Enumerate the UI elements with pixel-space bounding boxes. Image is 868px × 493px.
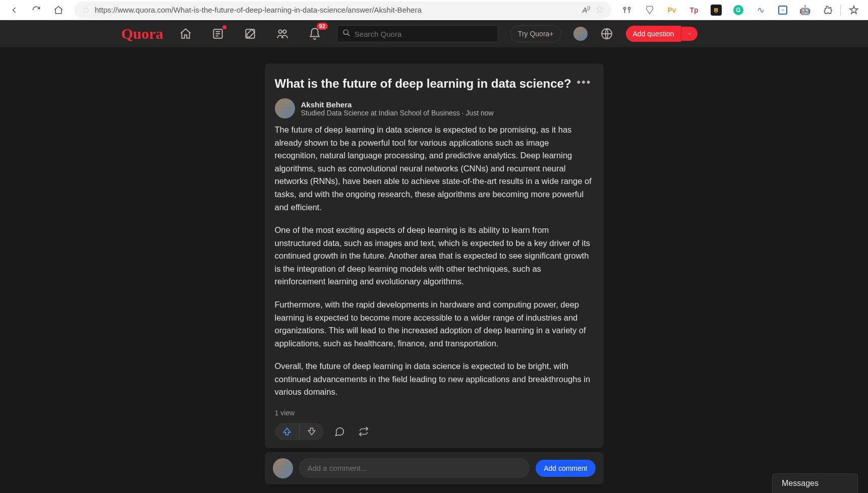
svg-point-5: [343, 30, 348, 34]
url-text: https://www.quora.com/What-is-the-future…: [95, 6, 577, 14]
author-credential: Studied Data Science at Indian School of…: [301, 109, 494, 117]
answer-card: What is the future of deep learning in d…: [265, 64, 604, 448]
vote-pill: [275, 423, 324, 440]
ext-robot[interactable]: 🤖: [796, 1, 814, 19]
quora-header: Quora 92 Try Quora+ Add question: [0, 20, 868, 47]
back-button[interactable]: [5, 1, 23, 19]
comment-icon[interactable]: [331, 423, 348, 440]
answer-paragraph: The future of deep learning in data scie…: [275, 124, 594, 214]
ext-2[interactable]: [641, 1, 659, 19]
ext-1[interactable]: ⫯⫯: [618, 1, 636, 19]
messages-tab[interactable]: Messages: [772, 473, 858, 493]
address-bar[interactable]: https://www.quora.com/What-is-the-future…: [75, 2, 611, 19]
divider: [840, 5, 841, 16]
notification-badge: 92: [317, 23, 328, 30]
nav-following-icon[interactable]: [208, 24, 228, 44]
comment-bar: Add comment: [265, 452, 604, 484]
answer-paragraph: One of the most exciting aspects of deep…: [275, 224, 594, 288]
search-icon: [342, 29, 351, 39]
nav-home-icon[interactable]: [176, 24, 196, 44]
action-bar: [275, 423, 594, 440]
svg-rect-0: [83, 9, 88, 12]
favorite-icon[interactable]: [595, 5, 604, 16]
refresh-button[interactable]: [27, 1, 45, 19]
ext-tp[interactable]: Tp: [685, 1, 703, 19]
try-quora-plus-button[interactable]: Try Quora+: [510, 25, 561, 42]
view-count: 1 view: [275, 409, 594, 417]
ext-box2[interactable]: ▫: [774, 1, 792, 19]
question-title[interactable]: What is the future of deep learning in d…: [275, 76, 575, 91]
add-question-group: Add question: [626, 26, 698, 42]
quora-logo[interactable]: Quora: [122, 25, 163, 42]
main-nav: 92: [176, 24, 325, 44]
extensions-icon[interactable]: [818, 1, 836, 19]
commenter-avatar[interactable]: [273, 458, 293, 478]
ext-wave[interactable]: ∿: [751, 1, 770, 19]
answer-paragraph: Furthermore, with the rapid developments…: [275, 298, 594, 350]
ext-shield[interactable]: ⛨: [707, 1, 725, 19]
favorites-icon-2[interactable]: [845, 1, 863, 19]
add-question-button[interactable]: Add question: [626, 26, 681, 42]
svg-point-3: [278, 30, 282, 33]
main-content: What is the future of deep learning in d…: [0, 47, 868, 493]
more-options-icon[interactable]: •••: [574, 76, 593, 89]
author-name[interactable]: Akshit Behera: [301, 100, 494, 109]
answer-paragraph: Overall, the future of deep learning in …: [275, 360, 594, 399]
share-repost-icon[interactable]: [355, 423, 372, 440]
add-question-dropdown[interactable]: [681, 27, 698, 41]
add-comment-button[interactable]: Add comment: [536, 460, 595, 477]
nav-notifications-icon[interactable]: 92: [305, 24, 325, 44]
lock-icon: [82, 5, 90, 15]
language-icon[interactable]: [600, 27, 614, 41]
nav-answer-icon[interactable]: [240, 24, 260, 44]
author-row: Akshit Behera Studied Data Science at In…: [275, 98, 594, 118]
ext-grammarly[interactable]: G: [729, 1, 747, 19]
comment-input[interactable]: [299, 458, 530, 478]
following-dot: [222, 25, 226, 29]
upvote-button[interactable]: [275, 423, 300, 440]
author-avatar[interactable]: [275, 98, 295, 118]
home-button[interactable]: [49, 1, 68, 19]
browser-chrome: https://www.quora.com/What-is-the-future…: [0, 0, 868, 20]
user-avatar[interactable]: [573, 27, 588, 41]
search-bar[interactable]: [337, 25, 498, 42]
search-input[interactable]: [355, 30, 493, 38]
downvote-button[interactable]: [300, 423, 324, 440]
nav-spaces-icon[interactable]: [272, 24, 293, 44]
read-aloud-icon[interactable]: A)): [583, 6, 590, 14]
ext-pv[interactable]: Pv: [663, 1, 681, 19]
svg-point-4: [283, 30, 286, 33]
